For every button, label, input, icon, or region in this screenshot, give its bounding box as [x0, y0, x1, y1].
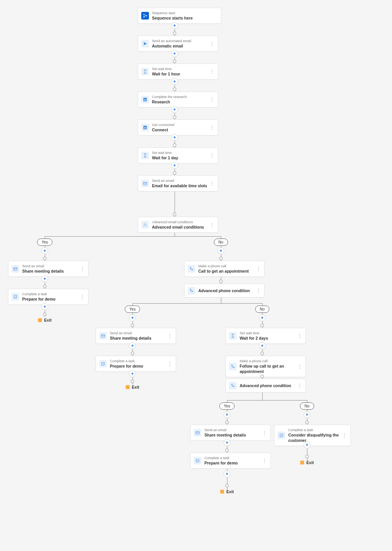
more-options-button[interactable]: ⋮ — [167, 334, 173, 338]
more-options-button[interactable]: ⋮ — [80, 295, 85, 299]
more-options-button[interactable]: ⋮ — [209, 223, 215, 227]
card-subtitle: Set wait time — [152, 150, 209, 155]
sequence-canvas: Sequence start Sequence starts here + Se… — [8, 8, 384, 543]
more-options-button[interactable]: ⋮ — [209, 98, 215, 101]
connect-card[interactable]: in Get connected Connect ⋮ — [138, 119, 218, 136]
share-meeting-details-card[interactable]: Send an email Share meeting details ⋮ — [8, 261, 88, 277]
more-options-button[interactable]: ⋮ — [262, 459, 267, 463]
task-icon — [11, 293, 19, 301]
card-title: Prepare for demo — [22, 296, 80, 302]
add-step-button[interactable]: + — [171, 106, 178, 113]
add-step-button[interactable]: + — [259, 342, 266, 349]
prepare-demo-card[interactable]: Complete a task Prepare for demo ⋮ — [8, 289, 88, 305]
connector-dot — [43, 285, 47, 288]
more-options-button[interactable]: ⋮ — [297, 334, 302, 338]
flag-icon — [126, 385, 129, 389]
more-options-button[interactable]: ⋮ — [80, 267, 85, 271]
more-options-button[interactable]: ⋮ — [209, 154, 215, 157]
send-icon — [141, 40, 149, 47]
more-options-button[interactable]: ⋮ — [297, 365, 302, 368]
connector-dot — [173, 88, 176, 91]
connector-dot — [261, 352, 264, 355]
add-step-button[interactable]: + — [259, 314, 266, 321]
more-options-button[interactable]: ⋮ — [342, 433, 347, 437]
card-title: Share meeting details — [204, 432, 262, 438]
more-options-button[interactable]: ⋮ — [256, 289, 261, 293]
card-subtitle: Sequence start — [152, 11, 218, 15]
branch-icon — [141, 221, 149, 229]
add-step-button[interactable]: + — [41, 275, 48, 282]
share-meeting-details-card[interactable]: Send an email Share meeting details ⋮ — [96, 328, 176, 344]
add-step-button[interactable]: + — [171, 78, 178, 85]
flag-icon — [220, 490, 224, 494]
prepare-demo-card[interactable]: Complete a task Prepare for demo ⋮ — [96, 356, 176, 372]
prepare-demo-card[interactable]: Complete a task Prepare for demo ⋮ — [190, 453, 271, 469]
card-title: Email for available time slots — [152, 183, 209, 188]
add-step-button[interactable]: + — [171, 162, 178, 169]
more-options-button[interactable]: ⋮ — [209, 126, 215, 129]
research-card[interactable]: in Complete the research Research ⋮ — [138, 92, 218, 108]
advanced-phone-condition-card[interactable]: Advanced phone condition ⋮ — [184, 284, 265, 298]
card-subtitle: Set wait time — [152, 67, 209, 71]
connector-dot — [261, 375, 264, 378]
more-options-button[interactable]: ⋮ — [256, 267, 261, 271]
connector-dot — [225, 421, 229, 424]
no-branch-label: No — [214, 239, 228, 246]
more-options-button[interactable]: ⋮ — [209, 70, 215, 74]
add-step-button[interactable]: + — [129, 370, 136, 377]
add-step-button[interactable]: + — [41, 247, 48, 254]
svg-rect-13 — [196, 459, 199, 462]
advanced-email-conditions-card[interactable]: Advanced email conditions Advanced email… — [138, 217, 218, 233]
add-step-button[interactable]: + — [171, 50, 178, 57]
connector-dot — [225, 484, 229, 487]
share-meeting-details-card[interactable]: Send an email Share meeting details ⋮ — [190, 425, 271, 441]
add-step-button[interactable]: + — [224, 411, 230, 418]
card-subtitle: Send an email — [152, 178, 209, 183]
add-step-button[interactable]: + — [41, 303, 48, 310]
add-step-button[interactable]: + — [171, 134, 178, 141]
advanced-phone-condition-card[interactable]: Advanced phone condition ⋮ — [225, 379, 306, 392]
more-options-button[interactable]: ⋮ — [209, 42, 215, 46]
card-title: Sequence starts here — [152, 15, 218, 21]
connector — [227, 400, 307, 401]
more-options-button[interactable]: ⋮ — [167, 362, 173, 366]
disqualify-card[interactable]: Complete a task Consider disqualifying t… — [274, 425, 351, 446]
card-subtitle: Advanced email conditions — [152, 220, 209, 224]
call-appointment-card[interactable]: Make a phone call Call to get an appoint… — [184, 261, 265, 277]
wait-1d-card[interactable]: Set wait time Wait for 1 day ⋮ — [138, 147, 218, 164]
card-subtitle: Complete a task — [204, 456, 262, 460]
svg-rect-14 — [280, 434, 283, 437]
card-title: Advanced phone condition — [240, 383, 297, 388]
connector-dot — [131, 380, 134, 383]
add-step-button[interactable]: + — [304, 441, 310, 448]
followup-call-card[interactable]: Make a phone call Follow up call to get … — [225, 356, 306, 377]
task-icon — [194, 457, 201, 464]
phone-branch-icon — [229, 382, 237, 389]
card-subtitle: Send an email — [22, 264, 80, 268]
add-step-button[interactable]: + — [217, 247, 224, 254]
connector-dot — [173, 213, 176, 216]
card-title: Follow up call to get an appointment — [240, 363, 297, 374]
automated-email-card[interactable]: Send an automated email Automatic email … — [138, 36, 218, 52]
card-title: Consider disqualifying the customer — [288, 432, 342, 443]
card-title: Prepare for demo — [110, 363, 167, 369]
card-subtitle: Complete a task — [110, 359, 167, 363]
more-options-button[interactable]: ⋮ — [262, 431, 267, 435]
wait-1h-card[interactable]: Set wait time Wait for 1 hour ⋮ — [138, 64, 218, 80]
add-step-button[interactable]: + — [171, 22, 178, 29]
card-title: Research — [152, 99, 209, 105]
add-step-button[interactable]: + — [129, 314, 136, 321]
sequence-start-card[interactable]: Sequence start Sequence starts here — [138, 8, 221, 24]
card-title: Prepare for demo — [204, 460, 262, 466]
add-step-button[interactable]: + — [304, 411, 310, 418]
add-step-button[interactable]: + — [224, 471, 230, 477]
email-slots-card[interactable]: Send an email Email for available time s… — [138, 175, 218, 191]
more-options-button[interactable]: ⋮ — [297, 384, 302, 387]
add-step-button[interactable]: + — [129, 342, 136, 349]
phone-icon — [188, 265, 195, 273]
yes-branch-label: Yes — [219, 402, 235, 410]
wait-2d-card[interactable]: Set wait time Wait for 2 days ⋮ — [225, 328, 306, 344]
add-step-button[interactable]: + — [224, 439, 230, 446]
more-options-button[interactable]: ⋮ — [209, 181, 215, 185]
card-title: Share meeting details — [110, 335, 167, 341]
